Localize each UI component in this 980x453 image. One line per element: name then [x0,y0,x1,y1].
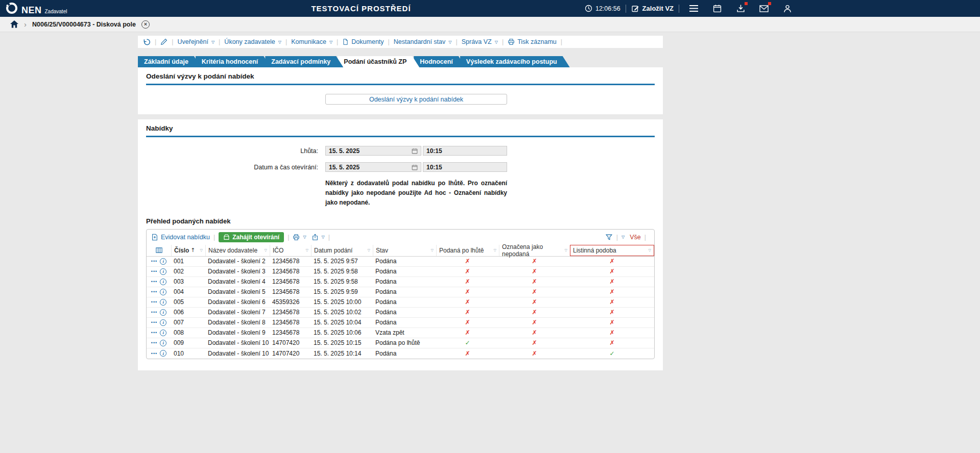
cell-cislo: 001 [171,258,205,265]
header-nazev-dodavatele[interactable]: Název dodavatele ▽ [205,245,270,256]
open-bids-icon [223,234,230,240]
tab-zadavaci-podminky[interactable]: Zadávací podmínky [265,56,343,67]
printer-icon [508,38,515,45]
table-row[interactable]: •••i008Dodavatel - školení 91234567815. … [147,328,654,338]
create-vz-button[interactable]: Založit VZ [631,5,674,13]
user-button[interactable] [782,3,793,14]
sort-asc-icon: ↑ [190,247,195,254]
header-cislo[interactable]: Číslo ↑ ▽ [171,245,205,256]
caret-down-icon: ▽ [431,248,434,253]
row-menu-icon[interactable]: ••• [151,310,157,315]
cell-stav: Podána [373,268,436,275]
toolbar-item-dokumenty[interactable]: Dokumenty [342,38,384,45]
row-info-icon[interactable]: i [160,340,166,346]
toolbar-item-nestandardni-stav[interactable]: Nestandardní stav ▽ [394,38,452,45]
send-invitation-button[interactable]: Odeslání výzvy k podání nabídek [325,94,507,105]
calendar-icon[interactable] [412,164,418,170]
row-menu-icon[interactable]: ••• [151,351,157,356]
row-info-icon[interactable]: i [160,268,166,275]
deadline-time-field[interactable]: 10:15 [423,146,507,156]
row-menu-icon[interactable]: ••• [151,340,157,345]
table-row[interactable]: •••i006Dodavatel - školení 71234567815. … [147,308,654,318]
toolbar-item-sprava-vz[interactable]: Správa VZ ▽ [462,38,498,45]
brand-logo[interactable]: NEN Zadavatel [5,2,67,15]
row-info-icon[interactable]: i [160,299,166,306]
tab-podani-ucastniku-zp[interactable]: Podání účastníků ZP [338,56,419,67]
cross-icon: ✗ [609,268,614,275]
table-header-row: Číslo ↑ ▽ Název dodavatele ▽ IČO ▽ Datum… [147,245,654,257]
tab-vysledek-zadavaciho-postupu[interactable]: Výsledek zadávacího postupu [460,56,570,67]
history-button[interactable] [143,38,151,46]
table-row[interactable]: •••i004Dodavatel - školení 51234567815. … [147,287,654,297]
row-menu-icon[interactable]: ••• [151,279,157,284]
table-row[interactable]: •••i009Dodavatel - školení 101470742015.… [147,338,654,348]
tab-hodnoceni[interactable]: Hodnocení [414,56,466,67]
toolbar-item-ukony-zadavatele[interactable]: Úkony zadavatele ▽ [224,38,281,45]
row-info-icon[interactable]: i [160,289,166,295]
row-info-icon[interactable]: i [160,258,166,265]
header-ico[interactable]: IČO ▽ [270,245,311,256]
calendar-button[interactable] [711,3,723,14]
table-row[interactable]: •••i007Dodavatel - školení 81234567815. … [147,318,654,328]
deadline-date-field[interactable]: 15. 5. 2025 [325,146,421,156]
tab-kriteria-hodnoceni[interactable]: Kritéria hodnocení [196,56,271,67]
row-menu-icon[interactable]: ••• [151,289,157,294]
export-grid-button[interactable]: ▽ [312,234,325,241]
header-datum-podani[interactable]: Datum podání ▽ [311,245,373,256]
caret-down-icon: ▽ [622,235,625,239]
filter-button[interactable] [605,234,613,241]
row-info-icon[interactable]: i [160,319,166,326]
column-chooser-button[interactable] [147,245,171,256]
row-menu-icon[interactable]: ••• [151,330,157,335]
opening-date-field[interactable]: 15. 5. 2025 [325,162,421,172]
header-oznacena-jako-nepodana[interactable]: Označena jako nepodaná ▽ [499,245,570,256]
messages-button[interactable] [758,3,770,14]
evidovat-nabidku-button[interactable]: Evidovat nabídku [151,234,210,241]
table-row[interactable]: •••i003Dodavatel - školení 41234567815. … [147,277,654,287]
toolbar-item-tisk-zaznamu[interactable]: Tisk záznamu [508,38,557,45]
row-menu-icon[interactable]: ••• [151,269,157,274]
cross-icon: ✗ [465,288,470,295]
divider: | [288,234,289,241]
header-listinna-podoba[interactable]: Listinná podoba ▽ [570,245,654,256]
cell-podana_po_lhute: ✗ [436,288,499,295]
toolbar-item-komunikace[interactable]: Komunikace ▽ [291,38,332,45]
table-row[interactable]: •••i002Dodavatel - školení 31234567815. … [147,267,654,277]
row-info-icon[interactable]: i [160,279,166,285]
cell-nazev: Dodavatel - školení 8 [205,319,270,326]
divider: | [213,234,215,241]
row-menu-icon[interactable]: ••• [151,299,157,305]
row-info-icon[interactable]: i [160,309,166,316]
print-grid-button[interactable]: ▽ [293,234,306,241]
toolbar-item-uverejneni[interactable]: Uveřejnění ▽ [178,38,215,45]
cell-oznacena_jako_nepodana: ✗ [499,258,570,265]
row-info-icon[interactable]: i [160,350,166,357]
row-info-icon[interactable]: i [160,330,166,336]
close-record-icon[interactable]: × [141,20,150,29]
environment-title: TESTOVACÍ PROSTŘEDÍ [311,0,411,17]
table-row[interactable]: •••i010Dodavatel - školení 101470742015.… [147,348,654,359]
downloads-button[interactable] [735,3,746,14]
brand-subtitle: Zadavatel [45,9,67,14]
row-menu-icon[interactable]: ••• [151,259,157,264]
opening-time-field[interactable]: 10:15 [423,162,507,172]
export-icon [312,234,319,241]
zahajit-otevirani-button[interactable]: Zahájit otevírání [219,232,284,242]
table-row[interactable]: •••i005Dodavatel - školení 64535932615. … [147,297,654,308]
tab-zakladni-udaje[interactable]: Základní údaje [138,56,201,67]
header-podana-po-lhute[interactable]: Podaná po lhůtě ▽ [436,245,499,256]
home-icon[interactable] [10,20,18,28]
header-stav[interactable]: Stav ▽ [373,245,436,256]
cross-icon: ✗ [609,339,614,346]
divider: | [616,234,618,241]
cell-cislo: 008 [171,329,205,336]
cross-icon: ✗ [465,268,470,275]
row-menu-icon[interactable]: ••• [151,320,157,325]
menu-button[interactable] [688,3,699,14]
table-row[interactable]: •••i001Dodavatel - školení 21234567815. … [147,257,654,267]
edit-button[interactable] [160,38,168,45]
view-selector[interactable]: ▽ Vše [622,234,641,241]
divider [626,5,626,13]
calendar-icon[interactable] [412,148,418,154]
cell-stav: Podána [373,258,436,265]
